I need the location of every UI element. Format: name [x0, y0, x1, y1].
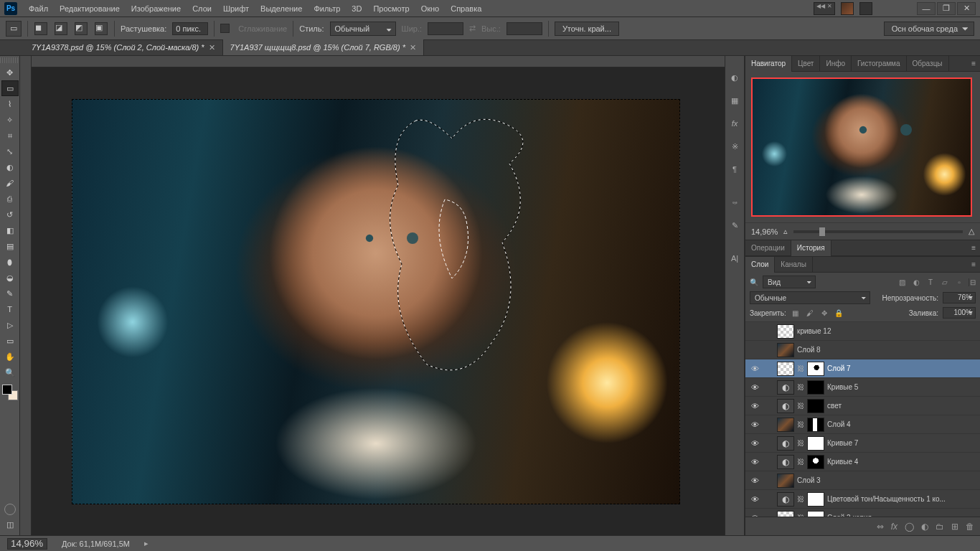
char-style-dock-icon[interactable]: A| — [727, 251, 742, 265]
panel-collapse-toggle[interactable]: ◀◀ ✕ — [814, 2, 835, 15]
zoom-out-icon[interactable]: ▵ — [783, 227, 788, 236]
hand-tool[interactable]: ✋ — [1, 349, 19, 364]
panel-tab[interactable]: Цвет — [792, 56, 820, 72]
layer-name[interactable]: Слой 4 — [827, 420, 977, 428]
layer-row[interactable]: Слой 8 — [745, 341, 980, 359]
mask-link-icon[interactable]: ⛓ — [797, 364, 804, 372]
workspace-switcher[interactable]: Осн обочая среда — [884, 22, 974, 36]
color-dock-icon[interactable]: ◐ — [727, 70, 742, 85]
color-swatches[interactable] — [2, 385, 18, 400]
screen-mode-toggle[interactable]: ◫ — [1, 517, 19, 532]
new-group-icon[interactable]: 🗀 — [936, 522, 944, 532]
current-tool-icon[interactable]: ▭ — [6, 21, 22, 37]
paragraph-dock-icon[interactable]: ⎃ — [727, 195, 742, 209]
fill-input[interactable]: 100% — [943, 307, 976, 319]
adjust-dock-icon[interactable]: ※ — [727, 139, 742, 154]
lock-position-icon[interactable]: ✥ — [819, 308, 829, 318]
layer-thumbnail[interactable]: ◐ — [777, 492, 794, 507]
shape-tool[interactable]: ▭ — [1, 333, 19, 349]
layer-name[interactable]: Слой 7 — [827, 364, 977, 372]
foreground-color[interactable] — [2, 385, 12, 395]
zoom-in-icon[interactable]: △ — [969, 227, 974, 236]
visibility-toggle[interactable]: 👁 — [748, 495, 761, 504]
lock-pixels-icon[interactable]: 🖌 — [805, 308, 815, 318]
delete-layer-icon[interactable]: 🗑 — [966, 522, 974, 532]
filter-smart-icon[interactable]: ▫ — [954, 278, 964, 286]
window-maximize[interactable]: ❐ — [937, 2, 956, 15]
layer-fx-icon[interactable]: fx — [891, 522, 897, 532]
quick-mask-toggle[interactable] — [4, 504, 16, 515]
layer-mask-thumbnail[interactable] — [807, 380, 824, 395]
clone-stamp-tool[interactable]: ⎙ — [1, 191, 19, 207]
mask-link-icon[interactable]: ⛓ — [797, 383, 804, 391]
opacity-input[interactable]: 76% — [943, 292, 976, 303]
mask-link-icon[interactable]: ⛓ — [797, 402, 804, 410]
layer-name[interactable]: Кривые 4 — [827, 458, 977, 466]
layer-thumbnail[interactable] — [777, 324, 794, 339]
layer-thumbnail[interactable]: ◐ — [777, 455, 794, 469]
layer-name[interactable]: Слой 8 — [797, 346, 977, 354]
layer-row[interactable]: 👁◐⛓свет — [745, 397, 980, 415]
panel-tab[interactable]: Гистограмма — [852, 56, 907, 72]
menu-Редактирование[interactable]: Редактирование — [54, 0, 126, 17]
crop-tool[interactable]: ⌗ — [1, 128, 19, 143]
layer-name[interactable]: Кривые 5 — [827, 383, 977, 391]
canvas[interactable] — [72, 99, 680, 504]
filter-shape-icon[interactable]: ▱ — [940, 278, 950, 286]
layer-row[interactable]: 👁◐⛓Кривые 4 — [745, 453, 980, 471]
selection-new-icon[interactable]: ◼ — [34, 22, 47, 35]
layer-thumbnail[interactable] — [777, 362, 794, 376]
toolbox-grip[interactable] — [0, 57, 19, 63]
mini-bridge-icon[interactable] — [859, 2, 872, 15]
layer-row[interactable]: 👁◐⛓Цветовой тон/Насыщенность 1 ко... — [745, 490, 980, 509]
panel-tab[interactable]: Слои — [745, 257, 775, 273]
layer-row[interactable]: кривые 12 — [745, 322, 980, 341]
layers-list[interactable]: кривые 12Слой 8👁⛓Слой 7👁◐⛓Кривые 5👁◐⛓све… — [745, 322, 980, 517]
menu-Шрифт[interactable]: Шрифт — [217, 0, 255, 17]
menu-Файл[interactable]: Файл — [23, 0, 54, 17]
visibility-toggle[interactable]: 👁 — [748, 364, 761, 373]
document-tab[interactable]: 7Y1A937 щщщщ8.psd @ 15% (Слой 7, RGB/8) … — [223, 39, 424, 55]
menu-Просмотр[interactable]: Просмотр — [367, 0, 415, 17]
brush-tool[interactable]: 🖌 — [1, 175, 19, 191]
move-tool[interactable]: ✥ — [1, 65, 19, 80]
layer-row[interactable]: 👁◐⛓Кривые 5 — [745, 378, 980, 397]
add-mask-icon[interactable]: ◯ — [905, 522, 914, 532]
lock-all-icon[interactable]: 🔒 — [834, 308, 844, 318]
link-layers-icon[interactable]: ⇔ — [877, 522, 884, 532]
lasso-tool[interactable]: ⌇ — [1, 96, 19, 112]
mask-link-icon[interactable]: ⛓ — [797, 495, 804, 503]
zoom-tool[interactable]: 🔍 — [1, 364, 19, 380]
visibility-toggle[interactable]: 👁 — [748, 420, 761, 429]
panel-menu-icon[interactable]: ≡ — [967, 244, 980, 252]
menu-Справка[interactable]: Справка — [445, 0, 487, 17]
panel-tab[interactable]: Образцы — [907, 56, 949, 72]
brush-dock-icon[interactable]: ✎ — [727, 218, 742, 232]
layer-row[interactable]: 👁◐⛓Кривые 7 — [745, 434, 980, 453]
visibility-toggle[interactable]: 👁 — [748, 458, 761, 466]
history-brush-tool[interactable]: ↺ — [1, 207, 19, 222]
layer-thumbnail[interactable] — [777, 343, 794, 357]
filter-toggle[interactable]: ⊟ — [969, 278, 976, 286]
bridge-icon[interactable] — [841, 2, 854, 15]
mask-link-icon[interactable]: ⛓ — [797, 458, 804, 466]
visibility-toggle[interactable]: 👁 — [748, 402, 761, 410]
visibility-toggle[interactable]: 👁 — [748, 476, 761, 485]
selection-intersect-icon[interactable]: ▣ — [95, 22, 108, 35]
menu-Выделение[interactable]: Выделение — [255, 0, 308, 17]
layer-row[interactable]: 👁⛓Слой 4 — [745, 415, 980, 434]
layer-name[interactable]: Кривые 7 — [827, 439, 977, 447]
pen-tool[interactable]: ✎ — [1, 286, 19, 301]
layer-thumbnail[interactable] — [777, 418, 794, 432]
layer-name[interactable]: Цветовой тон/Насыщенность 1 ко... — [827, 495, 977, 503]
new-fill-adjust-icon[interactable]: ◐ — [921, 522, 928, 532]
layer-mask-thumbnail[interactable] — [807, 399, 824, 413]
panel-tab[interactable]: Операции — [745, 240, 791, 256]
zoom-input[interactable] — [7, 538, 47, 550]
lock-transparency-icon[interactable]: ▦ — [791, 308, 801, 318]
layer-mask-thumbnail[interactable] — [807, 511, 824, 517]
visibility-toggle[interactable]: 👁 — [748, 383, 761, 392]
eraser-tool[interactable]: ◧ — [1, 222, 19, 238]
menu-Слои[interactable]: Слои — [187, 0, 217, 17]
navigator-thumbnail[interactable] — [751, 77, 972, 217]
